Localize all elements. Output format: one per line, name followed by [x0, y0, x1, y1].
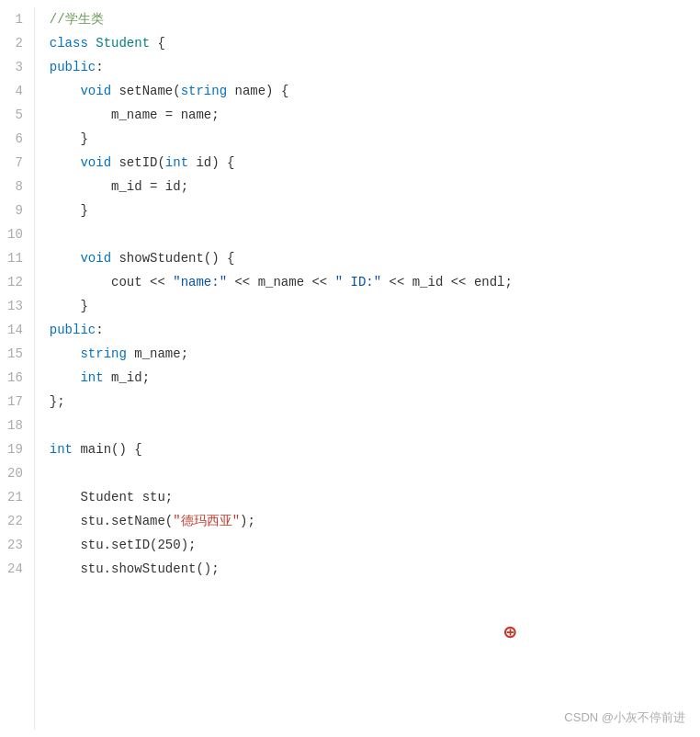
- code-token: " ID:": [335, 270, 381, 294]
- code-line: [50, 414, 685, 437]
- line-numbers: 123456789101112131415161718192021222324: [0, 7, 35, 730]
- code-token: [50, 342, 81, 366]
- line-number: 12: [7, 270, 23, 294]
- code-token: }: [50, 127, 88, 151]
- line-number: 10: [7, 222, 23, 246]
- line-number: 8: [7, 175, 23, 198]
- code-token: int: [50, 437, 73, 461]
- code-lines[interactable]: //学生类class Student {public: void setName…: [35, 7, 700, 730]
- code-line: [50, 461, 685, 485]
- code-token: :: [96, 55, 103, 79]
- code-line: void setName(string name) {: [50, 79, 685, 103]
- code-line: //学生类: [50, 7, 685, 31]
- line-number: 1: [7, 7, 23, 31]
- code-token: id) {: [188, 151, 234, 175]
- code-line: string m_name;: [50, 342, 685, 366]
- line-number: 4: [7, 79, 23, 103]
- code-token: "德玛西亚": [173, 509, 240, 533]
- code-line: stu.setID(250);: [50, 533, 685, 557]
- line-number: 19: [7, 437, 23, 461]
- code-token: [50, 246, 81, 270]
- code-line: cout << "name:" << m_name << " ID:" << m…: [50, 270, 685, 294]
- crosshair-icon: ⊕: [504, 620, 516, 645]
- code-token: [50, 366, 81, 390]
- code-token: void: [80, 246, 111, 270]
- line-number: 17: [7, 390, 23, 414]
- code-token: int: [165, 151, 188, 175]
- code-token: [50, 151, 81, 175]
- code-token: //学生类: [50, 7, 104, 31]
- code-token: string: [80, 342, 126, 366]
- line-number: 3: [7, 55, 23, 79]
- code-token: Student: [96, 31, 150, 55]
- line-number: 11: [7, 246, 23, 270]
- code-token: m_name = name;: [50, 103, 220, 127]
- code-token: setName(: [111, 79, 181, 103]
- line-number: 13: [7, 294, 23, 318]
- code-line: };: [50, 390, 685, 414]
- code-token: setID(: [111, 151, 165, 175]
- code-line: }: [50, 294, 685, 318]
- code-line: stu.showStudent();: [50, 557, 685, 581]
- code-line: m_id = id;: [50, 175, 685, 198]
- code-area: 123456789101112131415161718192021222324 …: [0, 0, 700, 737]
- code-token: int: [80, 366, 103, 390]
- line-number: 22: [7, 509, 23, 533]
- code-line: class Student {: [50, 31, 685, 55]
- line-number: 21: [7, 485, 23, 509]
- code-token: Student stu;: [50, 485, 173, 509]
- code-line: void showStudent() {: [50, 246, 685, 270]
- code-token: );: [240, 509, 255, 533]
- code-token: m_id;: [104, 366, 150, 390]
- code-token: stu.setID(250);: [50, 533, 197, 557]
- code-token: void: [80, 79, 111, 103]
- code-token: };: [50, 390, 65, 414]
- code-token: cout <<: [50, 270, 173, 294]
- code-token: stu.showStudent();: [50, 557, 220, 581]
- code-token: string: [181, 79, 227, 103]
- code-line: int m_id;: [50, 366, 685, 390]
- code-token: m_name;: [127, 342, 188, 366]
- code-token: main() {: [73, 437, 142, 461]
- watermark: CSDN @小灰不停前进: [564, 709, 685, 726]
- code-token: public: [50, 55, 96, 79]
- code-line: void setID(int id) {: [50, 151, 685, 175]
- code-line: }: [50, 127, 685, 151]
- line-number: 5: [7, 103, 23, 127]
- code-token: << m_id << endl;: [381, 270, 513, 294]
- line-number: 9: [7, 198, 23, 222]
- code-token: {: [150, 31, 165, 55]
- code-line: m_name = name;: [50, 103, 685, 127]
- code-line: int main() {: [50, 437, 685, 461]
- code-line: stu.setName("德玛西亚");: [50, 509, 685, 533]
- line-number: 2: [7, 31, 23, 55]
- line-number: 24: [7, 557, 23, 581]
- code-token: :: [96, 318, 103, 342]
- code-token: m_id = id;: [50, 175, 188, 198]
- code-line: public:: [50, 318, 685, 342]
- code-token: stu.setName(: [50, 509, 173, 533]
- line-number: 15: [7, 342, 23, 366]
- code-token: }: [50, 198, 88, 222]
- code-container: 123456789101112131415161718192021222324 …: [0, 0, 700, 737]
- line-number: 7: [7, 151, 23, 175]
- code-token: class: [50, 31, 96, 55]
- code-token: }: [50, 294, 88, 318]
- code-token: void: [80, 151, 111, 175]
- line-number: 23: [7, 533, 23, 557]
- line-number: 18: [7, 414, 23, 437]
- line-number: 20: [7, 461, 23, 485]
- line-number: 6: [7, 127, 23, 151]
- code-token: "name:": [173, 270, 227, 294]
- code-token: public: [50, 318, 96, 342]
- line-number: 16: [7, 366, 23, 390]
- code-token: << m_name <<: [227, 270, 335, 294]
- code-token: name) {: [227, 79, 288, 103]
- code-token: showStudent() {: [111, 246, 234, 270]
- code-line: Student stu;: [50, 485, 685, 509]
- code-line: public:: [50, 55, 685, 79]
- code-line: [50, 222, 685, 246]
- line-number: 14: [7, 318, 23, 342]
- code-line: }: [50, 198, 685, 222]
- code-token: [50, 79, 81, 103]
